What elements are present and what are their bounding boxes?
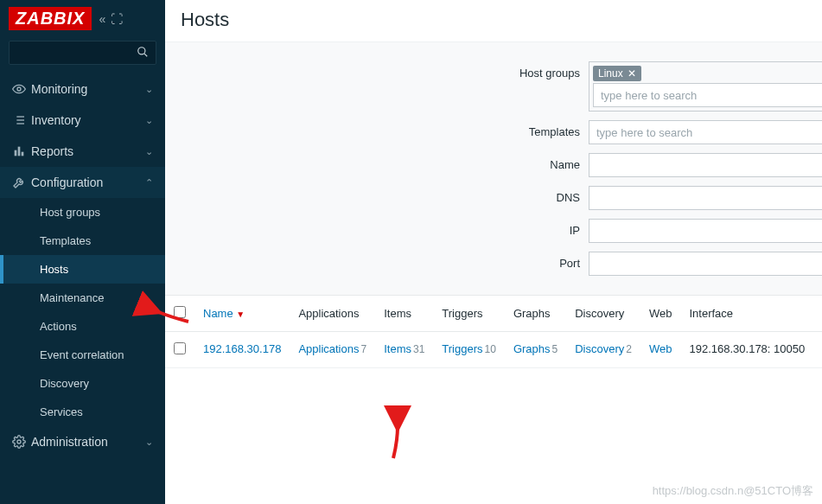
nav-label: Reports — [31, 144, 145, 158]
nav-reports[interactable]: Reports ⌄ — [0, 136, 165, 167]
hosts-table: Name ▼ Applications Items Triggers Graph… — [165, 296, 822, 368]
main-content: Hosts Host groups Linux ✕ Select Templat… — [165, 0, 822, 504]
col-proxy[interactable]: Proxy — [813, 296, 822, 332]
sidebar-search[interactable] — [9, 41, 156, 65]
gear-icon — [12, 435, 31, 449]
triggers-link[interactable]: Triggers — [442, 342, 482, 355]
host-groups-multiselect[interactable]: Linux ✕ — [589, 61, 822, 112]
col-discovery[interactable]: Discovery — [566, 296, 640, 332]
svg-line-1 — [144, 54, 147, 56]
triggers-count: 10 — [485, 343, 496, 355]
graphs-count: 5 — [552, 343, 558, 355]
host-groups-search-input[interactable] — [593, 83, 822, 107]
nav-label: Monitoring — [31, 82, 145, 96]
page-header: Hosts — [165, 0, 822, 42]
subnav-host-groups[interactable]: Host groups — [0, 198, 165, 226]
proxy-cell — [813, 332, 822, 368]
discovery-count: 2 — [626, 343, 632, 355]
svg-point-0 — [138, 47, 145, 54]
page-title: Hosts — [181, 9, 806, 31]
nav-configuration[interactable]: Configuration ⌃ — [0, 167, 165, 198]
svg-rect-11 — [22, 152, 24, 156]
search-icon — [137, 46, 149, 61]
col-items[interactable]: Items — [375, 296, 433, 332]
svg-point-12 — [17, 440, 21, 443]
svg-rect-9 — [15, 150, 17, 156]
filter-panel: Host groups Linux ✕ Select Templates Sel… — [165, 42, 822, 296]
nav-monitoring[interactable]: Monitoring ⌄ — [0, 73, 165, 105]
hosts-table-wrap: Name ▼ Applications Items Triggers Graph… — [165, 296, 822, 368]
filter-label-ip: IP — [442, 219, 580, 237]
logo-row: ZABBIX « ⛶ — [0, 0, 165, 35]
subnav-maintenance[interactable]: Maintenance — [0, 284, 165, 312]
table-header-row: Name ▼ Applications Items Triggers Graph… — [165, 296, 822, 332]
sort-asc-icon: ▼ — [236, 309, 245, 319]
select-all-checkbox[interactable] — [174, 306, 186, 318]
col-graphs[interactable]: Graphs — [505, 296, 566, 332]
logo: ZABBIX — [9, 7, 92, 30]
wrench-icon — [12, 175, 31, 189]
nav-label: Configuration — [31, 175, 145, 189]
sidebar: ZABBIX « ⛶ Monitoring ⌄ Inventory ⌄ — [0, 0, 165, 504]
col-applications[interactable]: Applications — [290, 296, 375, 332]
dns-input[interactable] — [589, 186, 822, 210]
items-link[interactable]: Items — [384, 342, 411, 355]
subnav-discovery[interactable]: Discovery — [0, 369, 165, 398]
graphs-link[interactable]: Graphs — [513, 342, 551, 355]
interface-cell: 192.168.30.178: 10050 — [680, 332, 813, 368]
subnav-actions[interactable]: Actions — [0, 312, 165, 341]
host-name-link[interactable]: 192.168.30.178 — [203, 342, 281, 355]
name-input[interactable] — [589, 153, 822, 177]
col-interface[interactable]: Interface — [680, 296, 813, 332]
applications-link[interactable]: Applications — [298, 342, 359, 355]
discovery-link[interactable]: Discovery — [575, 342, 624, 355]
templates-input[interactable] — [589, 120, 822, 144]
main-nav: Monitoring ⌄ Inventory ⌄ Reports ⌄ Confi… — [0, 73, 165, 198]
chevron-down-icon: ⌄ — [145, 115, 153, 126]
filter-label-dns: DNS — [442, 186, 580, 204]
filter-label-templates: Templates — [442, 120, 580, 138]
filter-label-port: Port — [442, 252, 580, 270]
chevron-up-icon: ⌃ — [145, 177, 153, 188]
chevron-down-icon: ⌄ — [145, 437, 153, 448]
filter-label-host-groups: Host groups — [442, 61, 580, 80]
collapse-toggle[interactable]: « ⛶ — [99, 12, 123, 26]
main-nav-bottom: Administration ⌄ — [0, 426, 165, 457]
row-checkbox[interactable] — [174, 342, 186, 354]
items-count: 31 — [413, 343, 424, 355]
ip-input[interactable] — [589, 219, 822, 243]
nav-label: Administration — [31, 435, 145, 449]
list-icon — [12, 113, 31, 127]
table-row: 192.168.30.178 Applications7 Items31 Tri… — [165, 332, 822, 368]
nav-label: Inventory — [31, 113, 145, 127]
svg-point-2 — [17, 87, 21, 91]
web-link[interactable]: Web — [649, 342, 672, 355]
subnav-hosts[interactable]: Hosts — [0, 255, 165, 284]
applications-count: 7 — [360, 343, 366, 355]
subnav-event-correlation[interactable]: Event correlation — [0, 341, 165, 369]
configuration-subnav: Host groups Templates Hosts Maintenance … — [0, 198, 165, 426]
port-input[interactable] — [589, 252, 822, 276]
nav-administration[interactable]: Administration ⌄ — [0, 426, 165, 457]
chevron-double-left-icon: « — [99, 12, 105, 26]
host-group-tag[interactable]: Linux ✕ — [593, 66, 641, 81]
subnav-templates[interactable]: Templates — [0, 226, 165, 255]
tag-label: Linux — [598, 67, 623, 80]
filter-label-name: Name — [442, 153, 580, 171]
subnav-services[interactable]: Services — [0, 398, 165, 426]
col-name[interactable]: Name ▼ — [194, 296, 290, 332]
expand-icon: ⛶ — [111, 12, 123, 26]
col-web[interactable]: Web — [640, 296, 681, 332]
col-triggers[interactable]: Triggers — [433, 296, 505, 332]
nav-inventory[interactable]: Inventory ⌄ — [0, 105, 165, 136]
svg-rect-10 — [18, 147, 21, 156]
chevron-down-icon: ⌄ — [145, 84, 153, 95]
close-icon[interactable]: ✕ — [628, 67, 636, 80]
eye-icon — [12, 82, 31, 96]
bar-chart-icon — [12, 144, 31, 158]
chevron-down-icon: ⌄ — [145, 146, 153, 157]
